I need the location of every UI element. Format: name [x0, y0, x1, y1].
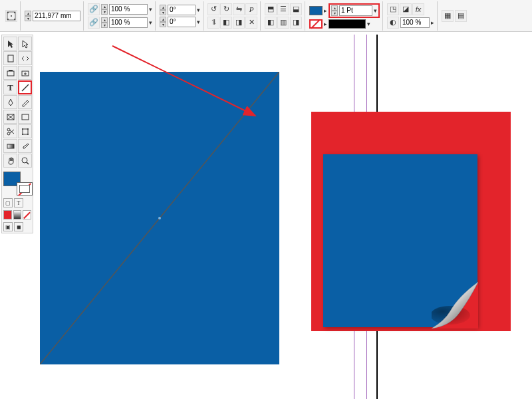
gap-tool[interactable]: [18, 51, 32, 65]
align-group: ⬒ ☰ ⬓ ◧ ▥ ◨: [262, 1, 305, 31]
rotate-ccw-icon[interactable]: ↺: [207, 3, 219, 15]
rotation-group: ▴▾ ▾ ▴▾ ▾: [157, 1, 203, 31]
line-midpoint-handle[interactable]: [158, 217, 161, 219]
fill-stroke-panel: [3, 172, 33, 196]
scale-x-spinner[interactable]: ▴▾: [101, 4, 108, 15]
normal-view-icon[interactable]: ▣: [3, 222, 13, 231]
svg-rect-19: [23, 129, 28, 134]
content-collector-tool[interactable]: [3, 66, 17, 80]
scale-x-input[interactable]: [109, 4, 148, 15]
apply-buttons: [3, 210, 31, 219]
stroke-weight-spinner[interactable]: ▴▾: [331, 5, 338, 16]
selection-tool[interactable]: [3, 37, 17, 51]
svg-point-25: [22, 158, 27, 163]
svg-line-17: [10, 130, 14, 134]
free-transform-tool[interactable]: [18, 124, 32, 138]
flip-h-icon[interactable]: ⇋: [233, 3, 245, 15]
rectangle-tool[interactable]: [18, 110, 32, 124]
preview-view-icon[interactable]: ◼: [14, 222, 23, 231]
svg-point-20: [22, 128, 23, 130]
text-wrap-group: ▦ ▤: [439, 1, 469, 31]
transform-icons-group: ↺ ↻ ⇋ P ⥮ ◧ ◨ ✕: [205, 1, 261, 31]
svg-line-10: [22, 84, 29, 91]
fill-stroke-group: ▸ ▴▾ ▾ ▸ ▾: [307, 1, 383, 31]
svg-point-16: [7, 128, 10, 131]
paragraph-style-icon[interactable]: P: [245, 3, 257, 15]
reference-point-group: [3, 1, 21, 31]
stroke-dropdown-icon[interactable]: ▸: [324, 21, 327, 27]
direct-selection-tool[interactable]: [18, 37, 32, 51]
type-tool[interactable]: T: [3, 80, 17, 94]
rotate-cw-icon[interactable]: ↻: [220, 3, 232, 15]
zoom-tool[interactable]: [18, 154, 32, 168]
text-wrap-options-icon[interactable]: ▤: [455, 10, 467, 22]
hand-tool[interactable]: [3, 154, 17, 168]
svg-rect-24: [7, 144, 14, 148]
flip-v-icon[interactable]: ⥮: [207, 17, 219, 29]
fx-icon[interactable]: fx: [412, 3, 424, 15]
svg-point-2: [7, 12, 9, 13]
line-tool[interactable]: [18, 80, 32, 94]
pen-tool[interactable]: [3, 95, 17, 109]
page-curl-effect: [432, 282, 478, 329]
rectangle-frame-tool[interactable]: [3, 110, 17, 124]
align-vcenter-icon[interactable]: ☰: [277, 3, 289, 15]
align-top-icon[interactable]: ⬒: [265, 3, 277, 15]
link-scale-icon[interactable]: 🔗: [88, 3, 100, 15]
shear-spinner[interactable]: ▴▾: [160, 17, 166, 27]
content-placer-tool[interactable]: [18, 66, 32, 80]
scale-y-spinner[interactable]: ▴▾: [101, 17, 108, 28]
opacity-icon[interactable]: ◐: [387, 17, 399, 29]
drop-shadow-icon[interactable]: ◪: [400, 3, 412, 15]
link-scale-icon-2[interactable]: 🔗: [88, 17, 100, 29]
scale-y-input[interactable]: [109, 17, 148, 28]
svg-point-5: [14, 19, 15, 20]
fill-dropdown-icon[interactable]: ▸: [324, 7, 327, 14]
dimension-input[interactable]: [33, 11, 80, 21]
page-tool[interactable]: [3, 51, 17, 65]
svg-point-1: [11, 15, 12, 17]
apply-none-icon[interactable]: [23, 210, 31, 219]
formatting-container-icon[interactable]: ▢: [3, 198, 13, 207]
stroke-style-swatch[interactable]: [329, 19, 366, 29]
stroke-none-swatch[interactable]: [309, 19, 323, 29]
select-content-icon[interactable]: ◨: [233, 17, 245, 29]
position-group: ▴▾: [22, 1, 84, 31]
pencil-tool[interactable]: [18, 95, 32, 109]
position-spinner[interactable]: ▴▾: [25, 11, 31, 21]
effects-group: ◳ ◪ fx ◐ ▸: [384, 1, 438, 31]
formatting-text-icon[interactable]: T: [14, 198, 23, 207]
align-hcenter-icon[interactable]: ▥: [277, 17, 289, 29]
property-bar: ▴▾ 🔗 ▴▾ ▾ 🔗 ▴▾ ▾ ▴▾ ▾ ▴▾ ▾: [0, 0, 532, 32]
eyedropper-tool[interactable]: [18, 139, 32, 153]
corner-options-icon[interactable]: ◳: [387, 3, 399, 15]
apply-gradient-icon[interactable]: [13, 210, 22, 219]
stroke-color-swatch[interactable]: [17, 182, 33, 196]
view-mode-buttons: ▣ ◼: [3, 222, 31, 231]
svg-point-21: [27, 128, 29, 130]
svg-line-18: [10, 130, 14, 133]
select-container-icon[interactable]: ◧: [220, 17, 232, 29]
opacity-input[interactable]: [400, 17, 430, 28]
align-left-icon[interactable]: ◧: [265, 17, 277, 29]
reference-point-selector[interactable]: [5, 10, 17, 22]
stroke-weight-input[interactable]: [339, 5, 372, 16]
svg-point-15: [7, 132, 10, 135]
scissors-tool[interactable]: [3, 124, 17, 138]
fill-swatch[interactable]: [309, 6, 323, 15]
apply-color-icon[interactable]: [3, 210, 12, 219]
gradient-swatch-tool[interactable]: [3, 139, 17, 153]
canvas[interactable]: [36, 35, 532, 399]
rotation-input[interactable]: [168, 5, 196, 15]
tools-panel: T ▢ T ▣ ◼: [1, 35, 33, 233]
align-right-icon[interactable]: ◨: [290, 17, 302, 29]
svg-rect-14: [22, 114, 29, 120]
svg-point-23: [27, 134, 29, 135]
rotation-spinner[interactable]: ▴▾: [160, 5, 166, 15]
svg-point-22: [22, 134, 23, 135]
clear-transform-icon[interactable]: ✕: [245, 17, 257, 29]
text-wrap-icon[interactable]: ▦: [442, 10, 454, 22]
stroke-style-dropdown-icon[interactable]: ▾: [367, 21, 370, 27]
shear-input[interactable]: [168, 17, 196, 27]
align-bottom-icon[interactable]: ⬓: [290, 3, 302, 15]
